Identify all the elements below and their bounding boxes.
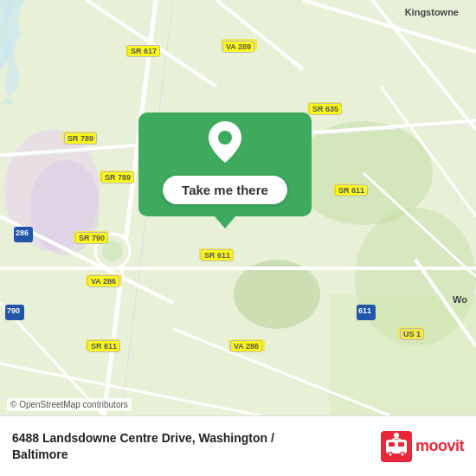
moovit-logo: moovit: [381, 431, 464, 462]
road-label-611a: SR 611: [335, 184, 368, 196]
address-line1: 6488 Landsdowne Centre Drive, Washington…: [12, 431, 274, 445]
road-label-789a: SR 789: [64, 132, 97, 145]
address-text: 6488 Landsdowne Centre Drive, Washington…: [12, 430, 274, 461]
shield-611: 611: [358, 306, 371, 315]
road-label-289: VA 289: [222, 41, 254, 53]
moovit-text: moovit: [415, 437, 464, 455]
address-line2: Baltimore: [12, 447, 68, 461]
road-label-635: SR 635: [309, 103, 342, 115]
place-kingstowne: Kingstowne: [405, 7, 459, 17]
popup-arrow: [215, 216, 235, 228]
road-label-790: SR 790: [75, 232, 108, 244]
location-pin-icon: [209, 121, 241, 166]
road-label-789b: SR 789: [101, 171, 134, 183]
popup-container: Take me there: [138, 113, 312, 228]
moovit-icon: [381, 431, 412, 462]
shield-286: 286: [16, 228, 29, 237]
road-label-286a: VA 286: [87, 275, 119, 287]
take-me-there-button[interactable]: Take me there: [163, 176, 287, 204]
place-wo: Wo: [453, 294, 467, 305]
address-section: 6488 Landsdowne Centre Drive, Washington…: [12, 430, 274, 461]
svg-rect-42: [386, 440, 407, 453]
road-label-611b: SR 611: [201, 249, 234, 261]
svg-point-48: [401, 453, 403, 455]
copyright-text: © OpenStreetMap contributors: [7, 398, 132, 411]
road-label-us1: US 1: [400, 328, 424, 340]
map-container: SR 617 VA 289 SR 789 SR 789 SR 635 SR 61…: [0, 0, 476, 476]
svg-point-49: [394, 433, 399, 438]
shield-790: 790: [7, 306, 20, 315]
green-card: Take me there: [138, 113, 312, 216]
svg-point-40: [218, 131, 232, 145]
svg-point-47: [389, 453, 391, 455]
svg-rect-43: [389, 442, 395, 447]
bottom-bar: 6488 Landsdowne Centre Drive, Washington…: [0, 415, 476, 476]
road-label-617: SR 617: [127, 45, 160, 57]
road-label-286b: VA 286: [230, 340, 262, 352]
road-label-611c: SR 611: [87, 340, 120, 352]
svg-rect-44: [398, 442, 404, 447]
